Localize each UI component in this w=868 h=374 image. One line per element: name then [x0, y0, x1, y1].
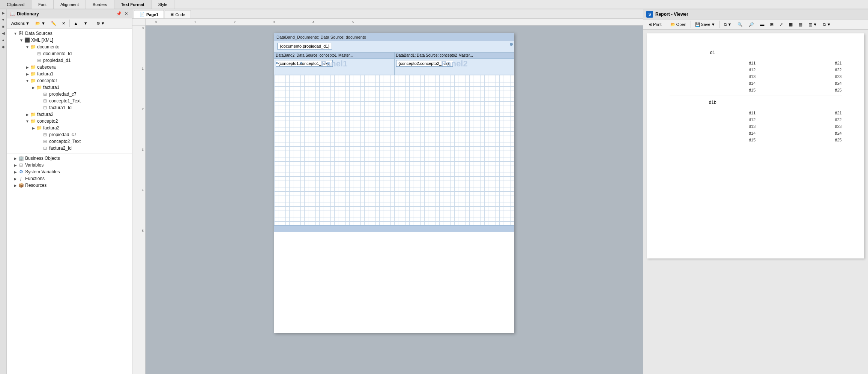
factura1-sub-icon: 📁: [36, 84, 42, 90]
propiedad-d1-field[interactable]: {documento.propiedad_d1}: [277, 43, 332, 50]
documento-expander[interactable]: ▼: [25, 44, 30, 50]
tree-documento-id[interactable]: ⊞ documento_Id: [7, 50, 132, 57]
factura1-sub-expander[interactable]: ▶: [31, 85, 36, 90]
viewer-content[interactable]: d1 tf11 tf12 tf13 tf14 tf15 tf21 tf22 tf…: [643, 30, 868, 374]
side-btn-1[interactable]: ▶: [0, 9, 7, 16]
root-expander[interactable]: ▼: [13, 31, 18, 36]
action-delete-btn[interactable]: ✕: [60, 20, 68, 27]
handle-tr[interactable]: [327, 62, 329, 64]
handle-tl[interactable]: [276, 62, 278, 64]
tree-propiedad-c7b[interactable]: ⊞ propiedad_c7: [7, 131, 132, 138]
handle-tm[interactable]: [300, 62, 302, 64]
action-open-btn[interactable]: 📂 ▼: [33, 20, 48, 27]
tree-root[interactable]: ▼ 🗄 Data Sources: [7, 30, 132, 37]
xml-label: XML [XML]: [31, 38, 53, 43]
tree-factura1-sub[interactable]: ▶ 📁 factura1: [7, 84, 132, 91]
cabecera-expander[interactable]: ▶: [25, 65, 30, 70]
canvas-scroll[interactable]: DataBand_Documento; Data Source: documen…: [146, 26, 643, 374]
tree-concepto2-text[interactable]: ⊞ concepto2_Text: [7, 138, 132, 145]
func-expander[interactable]: ▶: [13, 176, 18, 181]
tab-font[interactable]: Font: [32, 0, 54, 9]
pin-button[interactable]: 📌: [115, 11, 123, 17]
sysvar-expander[interactable]: ▶: [13, 169, 18, 174]
side-btn-6[interactable]: ◆: [0, 43, 7, 50]
tree-xml[interactable]: ▼ ⬛ XML [XML]: [7, 37, 132, 44]
save-arrow-icon: ▼: [711, 22, 715, 27]
tree-business-objects[interactable]: ▶ 🏢 Business Objects: [7, 155, 132, 162]
blank-exp4: [37, 98, 42, 104]
tree-system-variables[interactable]: ▶ ⚙ System Variables: [7, 168, 132, 175]
side-btn-2[interactable]: ▼: [0, 16, 7, 23]
tab-page1[interactable]: 📄 Page1: [134, 10, 164, 18]
viewer-print-btn[interactable]: 🖨 Print: [646, 21, 664, 28]
tree-factura1-id[interactable]: ⊡ factura1_Id: [7, 104, 132, 111]
viewer-btn-extra[interactable]: ⧉▼: [820, 21, 833, 28]
tab-borders[interactable]: Borders: [86, 0, 114, 9]
bo-expander[interactable]: ▶: [13, 156, 18, 161]
viewer-section2-data: tf11 tf12 tf13 tf14 tf15 tf21 tf22 tf23 …: [670, 110, 842, 143]
viewer-btn-grid1[interactable]: ▦: [786, 21, 795, 28]
tree-factura2-id[interactable]: ⊡ factura2_Id: [7, 145, 132, 152]
tree-variables[interactable]: ▶ ⊟ Variables: [7, 162, 132, 168]
ruler-container: 0 1 2 3 4 5: [132, 19, 643, 26]
tab-code[interactable]: ⊞ Code: [165, 10, 191, 18]
tab-style[interactable]: Style: [152, 0, 174, 9]
tree-documento[interactable]: ▼ 📁 documento: [7, 44, 132, 50]
viewer-save-btn[interactable]: 💾 Save ▼: [692, 21, 718, 28]
factura2-sub-expander[interactable]: ▶: [31, 125, 36, 131]
action-edit-btn[interactable]: ✏️: [49, 20, 59, 27]
viewer-open-btn[interactable]: 📂 Open: [668, 21, 689, 28]
var-expander[interactable]: ▶: [13, 162, 18, 168]
tree-concepto2[interactable]: ▼ 📁 concepto2: [7, 118, 132, 125]
viewer-s2-col2: tf21 tf22 tf23 tf24 tf25: [756, 110, 842, 143]
tab-clipboard[interactable]: Clipboard: [0, 0, 32, 9]
factura2-expander[interactable]: ▶: [25, 112, 30, 117]
factura1-expander[interactable]: ▶: [25, 71, 30, 77]
grid-area[interactable]: [274, 75, 514, 225]
side-btn-4[interactable]: ◀: [0, 30, 7, 36]
concepto1-field[interactable]: {concepto1.concepto1_Text}: [276, 60, 333, 67]
tab-textformat[interactable]: Text Format: [114, 0, 152, 9]
close-dict-button[interactable]: ✕: [123, 11, 129, 17]
tab-alignment[interactable]: Alignment: [54, 0, 86, 9]
sep1: [69, 20, 70, 27]
print-icon: 🖨: [648, 22, 652, 27]
panel1-master-label: Master...: [338, 53, 353, 57]
dictionary-header-btns: 📌 ✕: [115, 11, 129, 17]
grid1-icon: ▦: [789, 22, 793, 27]
factura2-icon: 📁: [30, 111, 36, 117]
tree-factura2-sub[interactable]: ▶ 📁 factura2: [7, 125, 132, 131]
viewer-btn-grid3[interactable]: ▥▼: [806, 21, 820, 28]
tree-propiedad-d1[interactable]: ⊞ propiedad_d1: [7, 57, 132, 64]
tree-factura1[interactable]: ▶ 📁 factura1: [7, 71, 132, 77]
action-up-btn[interactable]: ▲: [72, 20, 80, 27]
xml-expander[interactable]: ▼: [19, 38, 24, 43]
concepto2-expander[interactable]: ▼: [25, 119, 30, 124]
viewer-btn-1col[interactable]: ▬: [757, 21, 767, 28]
tree-cabecera[interactable]: ▶ 📁 cabecera: [7, 64, 132, 71]
side-btn-5[interactable]: ▲: [0, 36, 7, 43]
viewer-btn-2col[interactable]: ⊞: [767, 21, 776, 28]
action-down-btn[interactable]: ▼: [81, 20, 90, 27]
viewer-btn-fit[interactable]: ⤢: [777, 21, 785, 28]
tree-resources[interactable]: ▶ 📦 Resources: [7, 182, 132, 189]
tree-factura2[interactable]: ▶ 📁 factura2: [7, 111, 132, 118]
tree-concepto1-text[interactable]: ⊞ concepto1_Text: [7, 98, 132, 104]
tree-concepto1[interactable]: ▼ 📁 concepto1: [7, 77, 132, 84]
concepto1-expander[interactable]: ▼: [25, 78, 30, 83]
tree-propiedad-c7[interactable]: ⊞ propiedad_c7: [7, 91, 132, 98]
viewer-btn-grid2[interactable]: ▤: [796, 21, 805, 28]
field-handle[interactable]: [510, 43, 513, 46]
ruler-tick-5: 5: [352, 20, 354, 24]
ruler-h-ticks: 0 1 2 3 4 5: [146, 19, 643, 25]
res-expander[interactable]: ▶: [13, 183, 18, 188]
tree-functions[interactable]: ▶ ƒ Functions: [7, 175, 132, 182]
viewer-btn-zoom-in[interactable]: 🔎: [746, 21, 757, 28]
viewer-btn-copy[interactable]: ⧉▼: [721, 21, 734, 28]
field-icon-6: ⊞: [42, 132, 48, 138]
concepto2-field[interactable]: {concepto2.concepto2_Text}: [396, 60, 453, 67]
action-settings-btn[interactable]: ⚙ ▼: [94, 20, 107, 27]
actions-dropdown-button[interactable]: Actions ▼: [9, 20, 32, 27]
viewer-btn-zoom-out[interactable]: 🔍: [735, 21, 745, 28]
side-btn-3[interactable]: ■: [0, 23, 7, 30]
